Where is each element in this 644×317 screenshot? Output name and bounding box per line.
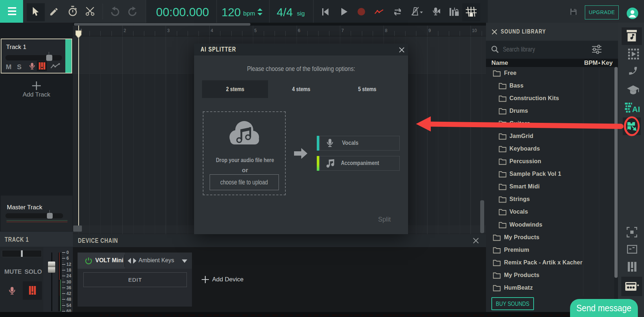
svg-text:AI: AI (632, 105, 640, 113)
